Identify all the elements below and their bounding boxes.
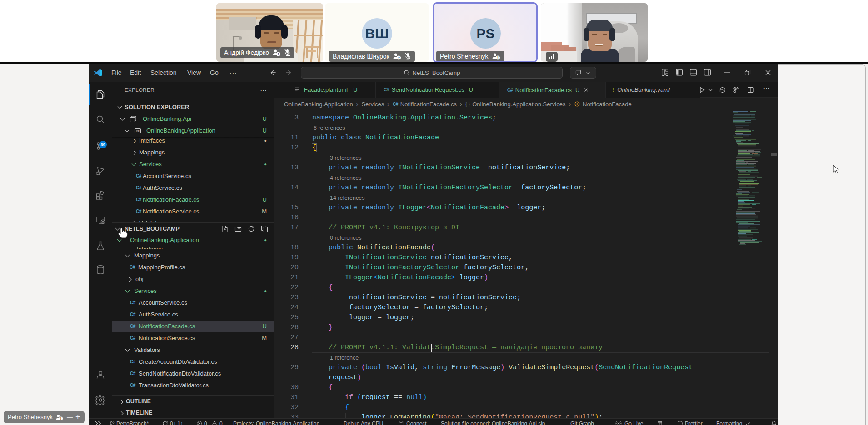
svg-text:!: ! — [278, 52, 279, 56]
svg-text:c#: c# — [136, 129, 140, 133]
svg-text:!: ! — [60, 416, 61, 420]
svg-text:!: ! — [497, 55, 499, 60]
svg-text:?: ? — [398, 56, 400, 60]
